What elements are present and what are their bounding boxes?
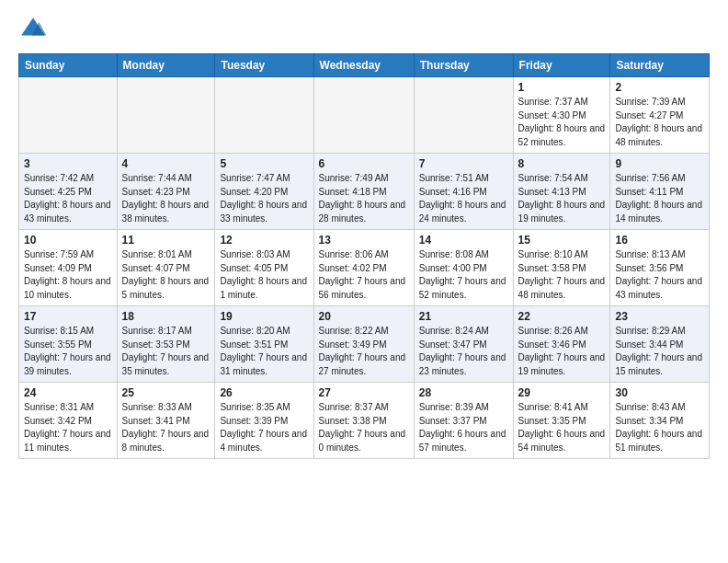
calendar-cell: 17Sunrise: 8:15 AM Sunset: 3:55 PM Dayli… xyxy=(19,306,118,383)
calendar-cell: 18Sunrise: 8:17 AM Sunset: 3:53 PM Dayli… xyxy=(117,306,215,383)
week-row-4: 17Sunrise: 8:15 AM Sunset: 3:55 PM Dayli… xyxy=(19,306,710,383)
calendar-cell: 9Sunrise: 7:56 AM Sunset: 4:11 PM Daylig… xyxy=(610,154,710,230)
day-info: Sunrise: 8:22 AM Sunset: 3:49 PM Dayligh… xyxy=(319,325,409,378)
calendar-cell: 15Sunrise: 8:10 AM Sunset: 3:58 PM Dayli… xyxy=(513,230,610,306)
calendar-cell: 10Sunrise: 7:59 AM Sunset: 4:09 PM Dayli… xyxy=(19,230,118,306)
calendar-cell: 13Sunrise: 8:06 AM Sunset: 4:02 PM Dayli… xyxy=(313,230,414,306)
day-number: 7 xyxy=(419,157,508,170)
calendar-cell: 8Sunrise: 7:54 AM Sunset: 4:13 PM Daylig… xyxy=(513,154,610,230)
calendar-cell: 1Sunrise: 7:37 AM Sunset: 4:30 PM Daylig… xyxy=(513,77,610,154)
day-info: Sunrise: 7:51 AM Sunset: 4:16 PM Dayligh… xyxy=(419,172,508,225)
day-info: Sunrise: 7:42 AM Sunset: 4:25 PM Dayligh… xyxy=(24,172,112,225)
day-info: Sunrise: 7:56 AM Sunset: 4:11 PM Dayligh… xyxy=(615,172,704,225)
day-number: 3 xyxy=(24,157,112,170)
calendar-cell: 20Sunrise: 8:22 AM Sunset: 3:49 PM Dayli… xyxy=(313,306,414,383)
calendar-cell: 3Sunrise: 7:42 AM Sunset: 4:25 PM Daylig… xyxy=(19,154,118,230)
day-number: 28 xyxy=(419,386,508,399)
day-number: 20 xyxy=(319,310,409,323)
calendar-cell: 27Sunrise: 8:37 AM Sunset: 3:38 PM Dayli… xyxy=(313,383,414,459)
day-number: 13 xyxy=(319,234,409,247)
day-number: 10 xyxy=(24,234,112,247)
calendar-cell: 2Sunrise: 7:39 AM Sunset: 4:27 PM Daylig… xyxy=(610,77,710,154)
weekday-header-tuesday: Tuesday xyxy=(215,54,313,77)
day-number: 26 xyxy=(220,386,308,399)
day-info: Sunrise: 8:06 AM Sunset: 4:02 PM Dayligh… xyxy=(319,248,409,302)
calendar-cell: 12Sunrise: 8:03 AM Sunset: 4:05 PM Dayli… xyxy=(215,230,313,306)
weekday-header-wednesday: Wednesday xyxy=(313,54,414,77)
day-number: 14 xyxy=(419,234,508,247)
day-info: Sunrise: 8:10 AM Sunset: 3:58 PM Dayligh… xyxy=(518,248,606,302)
calendar-cell xyxy=(414,77,513,154)
calendar-cell xyxy=(215,77,313,154)
calendar-cell: 22Sunrise: 8:26 AM Sunset: 3:46 PM Dayli… xyxy=(513,306,610,383)
week-row-2: 3Sunrise: 7:42 AM Sunset: 4:25 PM Daylig… xyxy=(19,154,710,230)
calendar-cell: 16Sunrise: 8:13 AM Sunset: 3:56 PM Dayli… xyxy=(610,230,710,306)
day-number: 15 xyxy=(518,234,606,247)
calendar-cell: 28Sunrise: 8:39 AM Sunset: 3:37 PM Dayli… xyxy=(414,383,513,459)
day-info: Sunrise: 8:37 AM Sunset: 3:38 PM Dayligh… xyxy=(319,401,409,454)
weekday-header-saturday: Saturday xyxy=(610,54,710,77)
calendar-cell: 19Sunrise: 8:20 AM Sunset: 3:51 PM Dayli… xyxy=(215,306,313,383)
day-number: 23 xyxy=(615,310,704,323)
calendar-cell: 21Sunrise: 8:24 AM Sunset: 3:47 PM Dayli… xyxy=(414,306,513,383)
day-number: 9 xyxy=(615,157,704,170)
calendar-cell: 11Sunrise: 8:01 AM Sunset: 4:07 PM Dayli… xyxy=(117,230,215,306)
day-info: Sunrise: 7:59 AM Sunset: 4:09 PM Dayligh… xyxy=(24,248,112,302)
header xyxy=(18,15,710,44)
day-number: 12 xyxy=(220,234,308,247)
day-info: Sunrise: 7:39 AM Sunset: 4:27 PM Dayligh… xyxy=(615,96,704,149)
calendar-cell: 29Sunrise: 8:41 AM Sunset: 3:35 PM Dayli… xyxy=(513,383,610,459)
day-info: Sunrise: 8:17 AM Sunset: 3:53 PM Dayligh… xyxy=(122,325,210,378)
day-number: 17 xyxy=(24,310,112,323)
day-info: Sunrise: 8:01 AM Sunset: 4:07 PM Dayligh… xyxy=(122,248,210,302)
day-info: Sunrise: 8:33 AM Sunset: 3:41 PM Dayligh… xyxy=(122,401,210,454)
weekday-header-row: SundayMondayTuesdayWednesdayThursdayFrid… xyxy=(19,54,710,77)
day-info: Sunrise: 8:03 AM Sunset: 4:05 PM Dayligh… xyxy=(220,248,308,302)
day-number: 11 xyxy=(122,234,210,247)
week-row-1: 1Sunrise: 7:37 AM Sunset: 4:30 PM Daylig… xyxy=(19,77,710,154)
calendar-cell: 30Sunrise: 8:43 AM Sunset: 3:34 PM Dayli… xyxy=(610,383,710,459)
day-number: 29 xyxy=(518,386,606,399)
calendar-cell: 5Sunrise: 7:47 AM Sunset: 4:20 PM Daylig… xyxy=(215,154,313,230)
calendar-cell: 14Sunrise: 8:08 AM Sunset: 4:00 PM Dayli… xyxy=(414,230,513,306)
day-info: Sunrise: 8:13 AM Sunset: 3:56 PM Dayligh… xyxy=(615,248,704,302)
day-number: 18 xyxy=(122,310,210,323)
weekday-header-thursday: Thursday xyxy=(414,54,513,77)
day-info: Sunrise: 8:35 AM Sunset: 3:39 PM Dayligh… xyxy=(220,401,308,454)
day-number: 19 xyxy=(220,310,308,323)
calendar-cell: 26Sunrise: 8:35 AM Sunset: 3:39 PM Dayli… xyxy=(215,383,313,459)
weekday-header-friday: Friday xyxy=(513,54,610,77)
day-info: Sunrise: 7:54 AM Sunset: 4:13 PM Dayligh… xyxy=(518,172,606,225)
day-info: Sunrise: 8:29 AM Sunset: 3:44 PM Dayligh… xyxy=(615,325,704,378)
calendar-cell: 24Sunrise: 8:31 AM Sunset: 3:42 PM Dayli… xyxy=(19,383,118,459)
weekday-header-monday: Monday xyxy=(117,54,215,77)
calendar-cell xyxy=(117,77,215,154)
day-number: 30 xyxy=(615,386,704,399)
week-row-3: 10Sunrise: 7:59 AM Sunset: 4:09 PM Dayli… xyxy=(19,230,710,306)
day-number: 8 xyxy=(518,157,606,170)
day-info: Sunrise: 8:43 AM Sunset: 3:34 PM Dayligh… xyxy=(615,401,704,454)
day-info: Sunrise: 8:20 AM Sunset: 3:51 PM Dayligh… xyxy=(220,325,308,378)
day-number: 4 xyxy=(122,157,210,170)
day-info: Sunrise: 8:26 AM Sunset: 3:46 PM Dayligh… xyxy=(518,325,606,378)
day-number: 21 xyxy=(419,310,508,323)
day-info: Sunrise: 8:39 AM Sunset: 3:37 PM Dayligh… xyxy=(419,401,508,454)
weekday-header-sunday: Sunday xyxy=(19,54,118,77)
logo-icon xyxy=(18,15,48,44)
day-info: Sunrise: 7:44 AM Sunset: 4:23 PM Dayligh… xyxy=(122,172,210,225)
day-number: 24 xyxy=(24,386,112,399)
day-info: Sunrise: 7:49 AM Sunset: 4:18 PM Dayligh… xyxy=(319,172,409,225)
day-number: 27 xyxy=(319,386,409,399)
calendar-cell: 6Sunrise: 7:49 AM Sunset: 4:18 PM Daylig… xyxy=(313,154,414,230)
week-row-5: 24Sunrise: 8:31 AM Sunset: 3:42 PM Dayli… xyxy=(19,383,710,459)
day-number: 22 xyxy=(518,310,606,323)
day-info: Sunrise: 8:24 AM Sunset: 3:47 PM Dayligh… xyxy=(419,325,508,378)
day-info: Sunrise: 7:37 AM Sunset: 4:30 PM Dayligh… xyxy=(518,96,606,149)
day-info: Sunrise: 8:15 AM Sunset: 3:55 PM Dayligh… xyxy=(24,325,112,378)
day-info: Sunrise: 8:41 AM Sunset: 3:35 PM Dayligh… xyxy=(518,401,606,454)
day-number: 1 xyxy=(518,81,606,94)
calendar-cell: 25Sunrise: 8:33 AM Sunset: 3:41 PM Dayli… xyxy=(117,383,215,459)
calendar-cell xyxy=(19,77,118,154)
day-info: Sunrise: 8:08 AM Sunset: 4:00 PM Dayligh… xyxy=(419,248,508,302)
day-number: 6 xyxy=(319,157,409,170)
